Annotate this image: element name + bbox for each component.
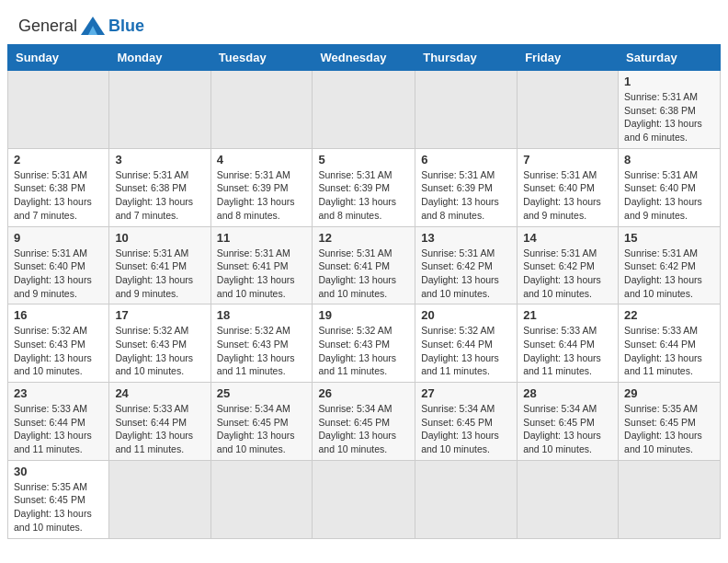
calendar-cell: 15Sunrise: 5:31 AM Sunset: 6:42 PM Dayli… <box>619 226 721 304</box>
calendar-cell: 22Sunrise: 5:33 AM Sunset: 6:44 PM Dayli… <box>619 304 721 383</box>
day-info: Sunrise: 5:31 AM Sunset: 6:40 PM Dayligh… <box>14 247 103 301</box>
calendar-cell <box>415 71 518 149</box>
calendar-cell: 18Sunrise: 5:32 AM Sunset: 6:43 PM Dayli… <box>210 304 313 383</box>
week-row-4: 16Sunrise: 5:32 AM Sunset: 6:43 PM Dayli… <box>8 304 721 383</box>
day-number: 6 <box>421 153 511 167</box>
day-number: 8 <box>624 153 714 167</box>
day-number: 16 <box>14 308 103 322</box>
weekday-header-friday: Friday <box>518 45 619 71</box>
day-number: 28 <box>523 386 612 400</box>
calendar-cell: 25Sunrise: 5:34 AM Sunset: 6:45 PM Dayli… <box>210 383 313 461</box>
day-number: 12 <box>318 231 409 245</box>
calendar-cell <box>518 460 619 538</box>
logo-general: General <box>18 17 77 36</box>
day-info: Sunrise: 5:34 AM Sunset: 6:45 PM Dayligh… <box>217 402 307 456</box>
day-number: 19 <box>318 308 409 322</box>
day-number: 24 <box>115 386 204 400</box>
weekday-header-saturday: Saturday <box>619 45 721 71</box>
calendar-cell: 19Sunrise: 5:32 AM Sunset: 6:43 PM Dayli… <box>313 304 415 383</box>
weekday-header-monday: Monday <box>109 45 210 71</box>
day-info: Sunrise: 5:31 AM Sunset: 6:38 PM Dayligh… <box>115 168 204 223</box>
calendar-cell: 3Sunrise: 5:31 AM Sunset: 6:38 PM Daylig… <box>109 148 210 226</box>
calendar-cell <box>210 460 313 538</box>
day-number: 23 <box>14 386 103 400</box>
calendar-cell: 7Sunrise: 5:31 AM Sunset: 6:40 PM Daylig… <box>518 148 619 226</box>
day-number: 10 <box>115 231 204 245</box>
calendar-cell <box>619 460 721 538</box>
day-number: 26 <box>318 386 409 400</box>
weekday-header-row: SundayMondayTuesdayWednesdayThursdayFrid… <box>8 45 721 71</box>
day-number: 29 <box>624 386 714 400</box>
day-info: Sunrise: 5:33 AM Sunset: 6:44 PM Dayligh… <box>523 324 612 378</box>
calendar-cell: 10Sunrise: 5:31 AM Sunset: 6:41 PM Dayli… <box>109 226 210 304</box>
day-number: 17 <box>115 308 204 322</box>
day-number: 25 <box>217 386 307 400</box>
day-number: 20 <box>421 308 511 322</box>
calendar-cell: 2Sunrise: 5:31 AM Sunset: 6:38 PM Daylig… <box>8 148 109 226</box>
day-info: Sunrise: 5:31 AM Sunset: 6:41 PM Dayligh… <box>217 247 307 301</box>
calendar-cell <box>313 460 415 538</box>
calendar-cell <box>518 71 619 149</box>
day-info: Sunrise: 5:31 AM Sunset: 6:39 PM Dayligh… <box>421 168 511 223</box>
day-info: Sunrise: 5:31 AM Sunset: 6:41 PM Dayligh… <box>115 247 204 301</box>
calendar-cell: 17Sunrise: 5:32 AM Sunset: 6:43 PM Dayli… <box>109 304 210 383</box>
weekday-header-tuesday: Tuesday <box>210 45 313 71</box>
day-info: Sunrise: 5:31 AM Sunset: 6:38 PM Dayligh… <box>14 168 103 223</box>
calendar-cell: 26Sunrise: 5:34 AM Sunset: 6:45 PM Dayli… <box>313 383 415 461</box>
day-number: 4 <box>217 153 307 167</box>
day-number: 18 <box>217 308 307 322</box>
calendar-cell <box>109 460 210 538</box>
day-number: 13 <box>421 231 511 245</box>
day-info: Sunrise: 5:35 AM Sunset: 6:45 PM Dayligh… <box>624 402 714 456</box>
calendar-cell: 27Sunrise: 5:34 AM Sunset: 6:45 PM Dayli… <box>415 383 518 461</box>
day-info: Sunrise: 5:31 AM Sunset: 6:42 PM Dayligh… <box>421 247 511 301</box>
logo: General Blue <box>18 15 144 37</box>
logo-blue: Blue <box>108 17 144 36</box>
calendar-table: SundayMondayTuesdayWednesdayThursdayFrid… <box>7 44 721 539</box>
calendar-cell: 9Sunrise: 5:31 AM Sunset: 6:40 PM Daylig… <box>8 226 109 304</box>
week-row-5: 23Sunrise: 5:33 AM Sunset: 6:44 PM Dayli… <box>8 383 721 461</box>
calendar-cell: 1Sunrise: 5:31 AM Sunset: 6:38 PM Daylig… <box>619 71 721 149</box>
day-number: 27 <box>421 386 511 400</box>
week-row-1: 1Sunrise: 5:31 AM Sunset: 6:38 PM Daylig… <box>8 71 721 149</box>
calendar-cell: 13Sunrise: 5:31 AM Sunset: 6:42 PM Dayli… <box>415 226 518 304</box>
calendar-cell: 29Sunrise: 5:35 AM Sunset: 6:45 PM Dayli… <box>619 383 721 461</box>
day-info: Sunrise: 5:31 AM Sunset: 6:38 PM Dayligh… <box>624 90 714 144</box>
page-header: General Blue <box>0 0 728 44</box>
day-info: Sunrise: 5:31 AM Sunset: 6:42 PM Dayligh… <box>624 247 714 301</box>
calendar-cell: 8Sunrise: 5:31 AM Sunset: 6:40 PM Daylig… <box>619 148 721 226</box>
day-number: 22 <box>624 308 714 322</box>
day-info: Sunrise: 5:31 AM Sunset: 6:39 PM Dayligh… <box>318 168 409 223</box>
day-info: Sunrise: 5:34 AM Sunset: 6:45 PM Dayligh… <box>421 402 511 456</box>
day-info: Sunrise: 5:31 AM Sunset: 6:39 PM Dayligh… <box>217 168 307 223</box>
day-info: Sunrise: 5:35 AM Sunset: 6:45 PM Dayligh… <box>14 480 103 534</box>
calendar-cell <box>8 71 109 149</box>
day-info: Sunrise: 5:32 AM Sunset: 6:43 PM Dayligh… <box>318 324 409 378</box>
calendar-cell: 30Sunrise: 5:35 AM Sunset: 6:45 PM Dayli… <box>8 460 109 538</box>
calendar-cell: 14Sunrise: 5:31 AM Sunset: 6:42 PM Dayli… <box>518 226 619 304</box>
day-info: Sunrise: 5:32 AM Sunset: 6:43 PM Dayligh… <box>14 324 103 378</box>
calendar-cell: 21Sunrise: 5:33 AM Sunset: 6:44 PM Dayli… <box>518 304 619 383</box>
calendar-cell <box>313 71 415 149</box>
day-number: 3 <box>115 153 204 167</box>
day-info: Sunrise: 5:32 AM Sunset: 6:44 PM Dayligh… <box>421 324 511 378</box>
calendar-cell <box>415 460 518 538</box>
calendar-cell: 12Sunrise: 5:31 AM Sunset: 6:41 PM Dayli… <box>313 226 415 304</box>
day-info: Sunrise: 5:31 AM Sunset: 6:41 PM Dayligh… <box>318 247 409 301</box>
calendar-cell: 16Sunrise: 5:32 AM Sunset: 6:43 PM Dayli… <box>8 304 109 383</box>
weekday-header-thursday: Thursday <box>415 45 518 71</box>
day-info: Sunrise: 5:33 AM Sunset: 6:44 PM Dayligh… <box>115 402 204 456</box>
calendar-cell: 24Sunrise: 5:33 AM Sunset: 6:44 PM Dayli… <box>109 383 210 461</box>
day-info: Sunrise: 5:33 AM Sunset: 6:44 PM Dayligh… <box>624 324 714 378</box>
day-number: 14 <box>523 231 612 245</box>
day-number: 5 <box>318 153 409 167</box>
calendar-cell: 5Sunrise: 5:31 AM Sunset: 6:39 PM Daylig… <box>313 148 415 226</box>
week-row-6: 30Sunrise: 5:35 AM Sunset: 6:45 PM Dayli… <box>8 460 721 538</box>
calendar-cell: 23Sunrise: 5:33 AM Sunset: 6:44 PM Dayli… <box>8 383 109 461</box>
calendar-cell: 4Sunrise: 5:31 AM Sunset: 6:39 PM Daylig… <box>210 148 313 226</box>
day-number: 21 <box>523 308 612 322</box>
day-number: 7 <box>523 153 612 167</box>
day-info: Sunrise: 5:31 AM Sunset: 6:40 PM Dayligh… <box>523 168 612 223</box>
week-row-3: 9Sunrise: 5:31 AM Sunset: 6:40 PM Daylig… <box>8 226 721 304</box>
day-info: Sunrise: 5:32 AM Sunset: 6:43 PM Dayligh… <box>217 324 307 378</box>
